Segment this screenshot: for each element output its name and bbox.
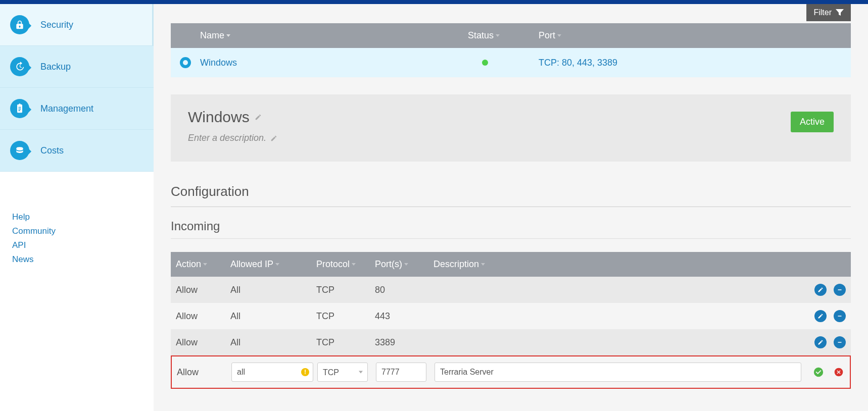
col-header-action[interactable]: Action [176,259,230,270]
sidebar-item-label: Management [40,104,93,114]
clipboard-icon [10,99,29,118]
nav-link-api[interactable]: API [12,240,141,250]
edit-title-icon[interactable] [255,114,262,121]
col-header-description[interactable]: Description [433,259,805,270]
rules-header: Action Allowed IP Protocol Port(s) Descr… [171,252,851,277]
remove-rule-button[interactable] [834,310,846,322]
minus-icon [837,287,843,293]
coins-icon [10,141,29,160]
clock-icon [10,57,29,76]
minus-icon [837,313,843,319]
col-header-status[interactable]: Status [468,30,539,41]
sidebar: Security Backup Management [0,4,154,411]
sidebar-item-management[interactable]: Management [0,88,154,130]
rule-action: Allow [176,311,230,322]
secondary-nav: Help Community API News [0,172,154,265]
sidebar-item-label: Security [40,20,73,30]
rule-ports: 443 [375,311,433,322]
sort-caret-icon [557,34,561,37]
cancel-rule-button[interactable] [833,366,845,378]
rule-ip: All [230,285,316,295]
pencil-icon [817,287,824,293]
rule-proto: TCP [316,285,375,295]
col-header-name[interactable]: Name [200,30,468,41]
lock-icon [10,15,29,34]
filter-label: Filter [813,8,832,17]
primary-nav: Security Backup Management [0,4,154,172]
top-bar [0,0,868,4]
rule-row: Allow All TCP 80 [171,277,851,303]
svg-rect-0 [838,289,842,290]
edit-rule-button[interactable] [814,284,827,296]
nav-link-community[interactable]: Community [12,226,141,236]
policy-ports: TCP: 80, 443, 3389 [539,58,842,68]
check-circle-icon [813,367,824,378]
edit-rule-button[interactable] [814,310,827,322]
detail-panel: Windows Enter a description. Active [171,94,851,162]
incoming-title: Incoming [171,219,851,239]
confirm-rule-button[interactable] [812,366,825,378]
sidebar-item-security[interactable]: Security [0,4,154,46]
remove-rule-button[interactable] [834,336,846,348]
rule-ports: 3389 [375,337,433,348]
rule-row: Allow All TCP 3389 [171,329,851,355]
sidebar-item-label: Costs [40,145,64,156]
nav-link-news[interactable]: News [12,254,141,265]
protocol-select[interactable]: TCP [317,363,368,382]
rules-table: Action Allowed IP Protocol Port(s) Descr… [171,252,851,389]
sort-caret-icon [352,263,356,266]
sidebar-item-costs[interactable]: Costs [0,130,154,172]
rule-proto: TCP [316,311,375,322]
configuration-title: Configuration [171,184,851,207]
configuration-section: Configuration Incoming Action Allowed IP… [171,184,851,389]
sort-caret-icon [226,34,230,37]
col-header-allowed-ip[interactable]: Allowed IP [230,259,316,270]
svg-rect-2 [838,342,842,343]
filter-button[interactable]: Filter [806,4,851,21]
sort-caret-icon [404,263,408,266]
sidebar-item-backup[interactable]: Backup [0,46,154,88]
rule-action: Allow [176,337,230,348]
sort-caret-icon [203,263,207,266]
status-dot-online [482,60,488,66]
new-rule-row: Allow ! TCP [171,355,851,389]
remove-rule-button[interactable] [834,284,846,296]
x-circle-icon [834,367,844,377]
rule-ip: All [230,311,316,322]
status-active-button[interactable]: Active [791,112,834,132]
warning-icon: ! [301,368,309,376]
rule-ports: 80 [375,285,433,295]
description-input[interactable] [435,363,801,382]
main-content: Filter Name Status Port Windows TCP: 80,… [154,4,868,411]
edit-description-icon[interactable] [270,135,277,142]
col-header-protocol[interactable]: Protocol [316,259,375,270]
sort-caret-icon [275,263,279,266]
sort-caret-icon [481,263,485,266]
rule-action: Allow [176,285,230,295]
policy-row[interactable]: Windows TCP: 80, 443, 3389 [171,48,851,77]
sidebar-item-label: Backup [40,62,71,72]
description-placeholder[interactable]: Enter a description. [188,133,277,143]
edit-rule-button[interactable] [814,336,827,348]
detail-title: Windows [188,109,277,126]
svg-rect-1 [838,316,842,317]
rule-ip: All [230,337,316,348]
sort-caret-icon [496,34,500,37]
radio-selected-icon[interactable] [180,57,191,68]
policy-table-header: Name Status Port [171,23,851,48]
new-rule-action: Allow [177,367,231,378]
nav-link-help[interactable]: Help [12,212,141,222]
col-header-ports[interactable]: Port(s) [375,259,433,270]
pencil-icon [817,313,824,319]
rule-proto: TCP [316,337,375,348]
rule-row: Allow All TCP 443 [171,303,851,329]
ports-input[interactable] [376,363,426,382]
minus-icon [837,339,843,345]
filter-icon [836,9,844,16]
policy-name-link[interactable]: Windows [200,58,468,68]
pencil-icon [817,339,824,345]
col-header-port[interactable]: Port [539,30,842,41]
